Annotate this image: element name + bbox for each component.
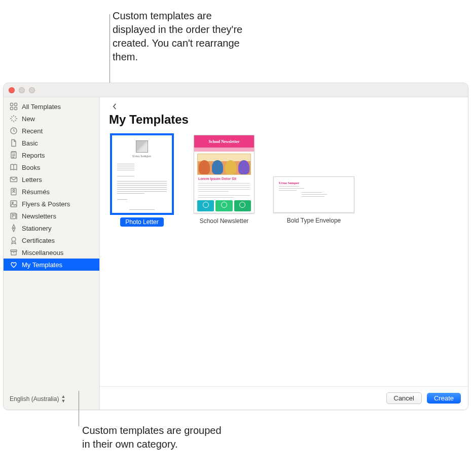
svg-point-10 [12, 202, 14, 204]
template-bold-type-envelope[interactable]: Urna Semper Bold Type Envelope [273, 176, 354, 224]
sidebar-list: All Templates New Recent [4, 97, 99, 389]
svg-rect-9 [11, 201, 17, 207]
template-label: Bold Type Envelope [287, 217, 341, 224]
sidebar-item-newsletters[interactable]: Newsletters [4, 210, 99, 222]
sidebar-item-my-templates[interactable]: My Templates [4, 259, 99, 271]
sidebar-item-all-templates[interactable]: All Templates [4, 100, 99, 113]
annotation-line-bottom [79, 391, 79, 426]
person-icon [10, 188, 18, 196]
language-label: English (Australia) [10, 395, 59, 402]
sidebar-item-label: Books [22, 164, 40, 171]
sidebar-item-resumes[interactable]: Résumés [4, 186, 99, 198]
template-photo-letter[interactable]: Urna Semper [109, 135, 175, 227]
sidebar-item-label: Stationery [22, 225, 52, 232]
image-icon [10, 200, 18, 208]
template-label: School Newsletter [200, 217, 249, 225]
sidebar-item-label: Flyers & Posters [22, 200, 70, 208]
sidebar-item-flyers[interactable]: Flyers & Posters [4, 198, 99, 210]
svg-rect-3 [15, 107, 17, 110]
sidebar-item-label: Recent [22, 127, 43, 135]
clock-icon [10, 127, 18, 135]
footer: Cancel Create [100, 386, 468, 410]
svg-rect-0 [11, 103, 13, 106]
close-window-button[interactable] [9, 87, 15, 93]
book-icon [10, 163, 18, 171]
create-button[interactable]: Create [427, 393, 461, 404]
template-chooser-window: All Templates New Recent [3, 83, 468, 410]
thumb-sender: Urna Semper [279, 181, 299, 185]
annotation-bottom: Custom templates are grouped in their ow… [82, 424, 224, 451]
sparkle-icon [10, 115, 18, 123]
template-thumbnail: School Newsletter Lorem Ipsum Dolor Sit [194, 135, 255, 213]
envelope-icon [10, 175, 18, 184]
template-thumbnail: Urna Semper [112, 135, 172, 213]
archive-icon [10, 248, 18, 257]
sidebar-item-label: Miscellaneous [22, 249, 63, 257]
thumb-text: Urna Semper [112, 155, 172, 158]
template-thumbnail: Urna Semper [273, 176, 354, 213]
sidebar: All Templates New Recent [4, 97, 100, 410]
heart-icon [10, 261, 18, 269]
sidebar-item-basic[interactable]: Basic [4, 137, 99, 149]
photo-placeholder-icon [136, 140, 148, 153]
cancel-button[interactable]: Cancel [386, 392, 422, 404]
language-selector[interactable]: English (Australia) ▲▼ [4, 389, 99, 410]
svg-rect-2 [11, 107, 13, 110]
main-header: My Templates [100, 97, 468, 130]
sidebar-item-label: Reports [22, 152, 45, 159]
sidebar-item-certificates[interactable]: Certificates [4, 234, 99, 246]
sidebar-item-label: Basic [22, 139, 38, 147]
sidebar-item-recent[interactable]: Recent [4, 125, 99, 137]
main-pane: My Templates Urna Semper [100, 97, 468, 410]
sidebar-item-label: Certificates [22, 237, 55, 244]
thumb-subheading: Lorem Ipsum Dolor Sit [198, 177, 236, 180]
sidebar-item-label: Letters [22, 176, 42, 184]
sidebar-item-miscellaneous[interactable]: Miscellaneous [4, 246, 99, 259]
zoom-window-button[interactable] [29, 87, 35, 93]
sidebar-item-label: New [22, 115, 35, 123]
template-label: Photo Letter [120, 217, 163, 227]
svg-point-12 [13, 228, 14, 229]
svg-rect-1 [15, 103, 17, 106]
sidebar-item-label: All Templates [22, 103, 61, 111]
svg-point-8 [13, 190, 15, 192]
chevron-up-down-icon: ▲▼ [61, 394, 65, 404]
minimize-window-button[interactable] [19, 87, 25, 93]
template-school-newsletter[interactable]: School Newsletter Lorem Ipsum Dolor Sit [191, 135, 257, 225]
chevron-left-icon [113, 103, 117, 110]
window-body: All Templates New Recent [4, 97, 468, 410]
back-button[interactable] [109, 101, 120, 112]
reports-icon [10, 151, 18, 159]
sidebar-item-new[interactable]: New [4, 113, 99, 125]
sidebar-item-reports[interactable]: Reports [4, 149, 99, 161]
sidebar-item-label: Résumés [22, 188, 50, 196]
thumb-title: School Newsletter [208, 139, 239, 144]
titlebar [4, 83, 468, 97]
templates-grid: Urna Semper [100, 130, 468, 386]
window-controls [9, 87, 35, 93]
sidebar-item-stationery[interactable]: Stationery [4, 222, 99, 234]
document-icon [10, 139, 18, 147]
annotation-top: Custom templates are displayed in the or… [113, 9, 255, 64]
svg-rect-15 [11, 251, 16, 255]
svg-point-13 [12, 237, 16, 241]
grid-icon [10, 102, 18, 111]
page-title: My Templates [109, 113, 459, 127]
sidebar-item-label: Newsletters [22, 212, 56, 220]
pen-icon [10, 224, 18, 232]
sidebar-item-letters[interactable]: Letters [4, 173, 99, 186]
newspaper-icon [10, 212, 18, 220]
ribbon-icon [10, 236, 18, 244]
sidebar-item-books[interactable]: Books [4, 161, 99, 173]
sidebar-item-label: My Templates [22, 261, 62, 269]
